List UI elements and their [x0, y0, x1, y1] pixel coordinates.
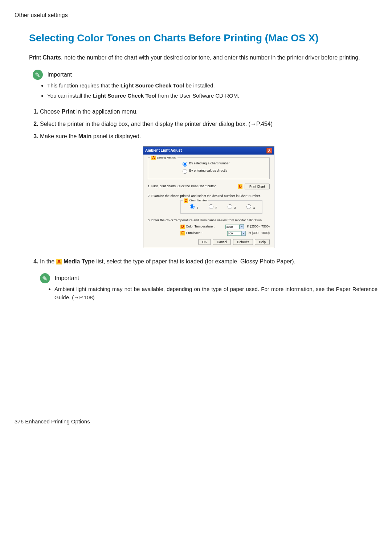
page-footer: 376 Enhanced Printing Options [15, 418, 377, 426]
chart-option-2[interactable]: 2 [207, 203, 217, 211]
spinner-icon[interactable]: ▾ [241, 231, 246, 236]
cancel-button[interactable]: Cancel [213, 239, 231, 245]
defaults-button[interactable]: Defaults [233, 239, 253, 245]
dialog-titlebar[interactable]: Ambient Light Adjust X [143, 147, 274, 155]
tag-e: E [180, 231, 185, 235]
help-button[interactable]: Help [255, 239, 270, 245]
setting-method-fieldset: ASetting Method By selecting a chart num… [148, 157, 270, 179]
setting-method-legend: ASetting Method [150, 156, 177, 160]
chart-option-4[interactable]: 4 [245, 203, 255, 211]
radio-chart-number[interactable]: By selecting a chart number [181, 161, 266, 167]
step-3: Make sure the Main panel is displayed. A… [40, 132, 377, 249]
close-icon[interactable]: X [266, 148, 272, 153]
section-header: Other useful settings [15, 11, 377, 20]
tag-a: A [151, 156, 156, 160]
dialog-step-3: 3. Enter the Color Temperature and Illum… [148, 218, 270, 223]
print-chart-button[interactable]: Print Chart [245, 184, 270, 189]
illuminance-label: EIlluminace : [180, 231, 227, 236]
color-temp-label: DColor Temperature : [180, 224, 225, 229]
important-block-1: Important This function requires that th… [33, 70, 377, 100]
important-item: Ambient light matching may not be availa… [54, 285, 377, 301]
tag-a-inline: A [56, 259, 62, 264]
illuminance-range: lx (300 - 1000) [249, 231, 270, 236]
step-2: Select the printer in the dialog box, an… [40, 120, 377, 128]
tag-d: D [180, 225, 185, 229]
pencil-icon [33, 70, 43, 80]
important-block-2: Important Ambient light matching may not… [40, 273, 377, 301]
tag-c: C [184, 198, 188, 203]
chart-option-1[interactable]: 1 [188, 203, 199, 211]
dialog-step-2: 2. Examine the charts printed and select… [148, 194, 270, 199]
illuminance-input[interactable] [227, 231, 241, 236]
dialog-step-1: 1. First, print charts. Click the Print … [148, 184, 217, 189]
important-label: Important [47, 71, 72, 78]
color-temp-input[interactable] [225, 225, 240, 229]
spinner-icon[interactable]: ▾ [240, 224, 244, 229]
radio-by-values[interactable] [183, 169, 187, 174]
radio-by-chart[interactable] [183, 162, 187, 167]
important-item: You can install the Light Source Check T… [47, 92, 377, 100]
ambient-light-adjust-dialog: Ambient Light Adjust X ASetting Method B… [143, 146, 274, 249]
pencil-icon [40, 273, 50, 283]
tag-b: B [238, 184, 242, 189]
dialog-title: Ambient Light Adjust [145, 148, 182, 153]
step-4: In the A Media Type list, select the typ… [40, 257, 377, 266]
color-temp-range: K (2500 - 7500) [247, 224, 270, 229]
intro-paragraph: Print Charts, note the number of the cha… [29, 53, 377, 62]
chart-number-fieldset: CChart Number 1 2 3 4 [180, 200, 262, 214]
radio-enter-values[interactable]: By entering values directly [181, 168, 266, 174]
page-title: Selecting Color Tones on Charts Before P… [29, 30, 377, 46]
important-item: This function requires that the Light So… [47, 82, 377, 90]
important-label: Important [54, 275, 79, 281]
ok-button[interactable]: OK [198, 239, 211, 245]
chart-option-3[interactable]: 3 [226, 203, 236, 211]
step-1: Choose Print in the application menu. [40, 107, 377, 116]
